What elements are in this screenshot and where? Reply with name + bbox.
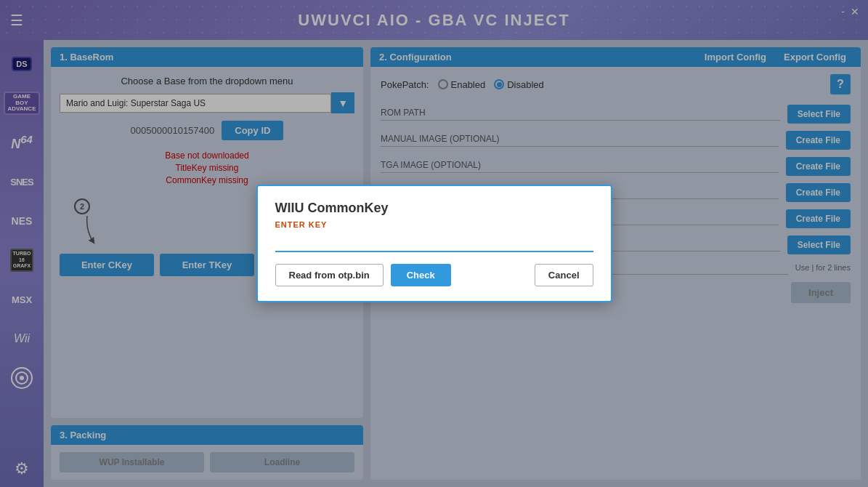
modal-enter-key-label: ENTER KEY: [275, 220, 593, 229]
modal-overlay: WIIU CommonKey ENTER KEY Read from otp.b…: [0, 0, 868, 487]
modal-key-input[interactable]: [275, 233, 593, 252]
cancel-button[interactable]: Cancel: [535, 264, 593, 286]
modal-buttons: Read from otp.bin Check Cancel: [275, 264, 593, 286]
modal-title: WIIU CommonKey: [275, 201, 593, 216]
read-from-otp-button[interactable]: Read from otp.bin: [275, 264, 384, 286]
check-button[interactable]: Check: [391, 264, 451, 286]
wiiu-commonkey-modal: WIIU CommonKey ENTER KEY Read from otp.b…: [256, 185, 612, 302]
